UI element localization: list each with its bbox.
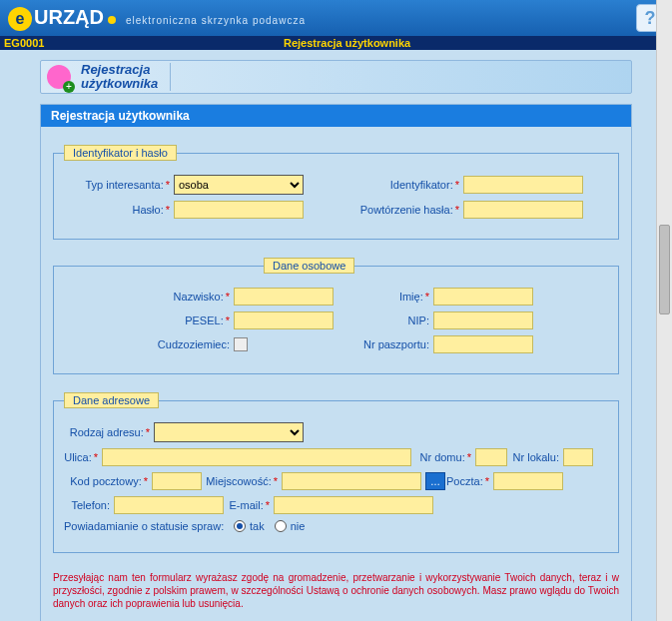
legend-identity: Identyfikator i hasło bbox=[64, 145, 177, 161]
breadcrumb-bar: EG0001 Rejestracja użytkownika bbox=[0, 36, 672, 50]
password-repeat-input[interactable] bbox=[463, 201, 583, 219]
notify-yes-label: tak bbox=[250, 520, 265, 532]
imie-input[interactable] bbox=[433, 288, 533, 306]
label-pesel: PESEL:* bbox=[64, 314, 234, 326]
notify-yes-radio[interactable] bbox=[234, 520, 246, 532]
page-body: Rejestracja użytkownika Rejestracja użyt… bbox=[0, 50, 672, 621]
title-bar: Rejestracja użytkownika bbox=[40, 60, 632, 94]
logo: e URZĄD elektroniczna skrzynka podawcza bbox=[8, 6, 306, 31]
app-header: e URZĄD elektroniczna skrzynka podawcza … bbox=[0, 0, 672, 36]
pesel-input[interactable] bbox=[234, 311, 334, 329]
label-rodzaj: Rodzaj adresu:* bbox=[64, 426, 154, 438]
notify-no-label: nie bbox=[291, 520, 306, 532]
label-kod: Kod pocztowy:* bbox=[64, 475, 152, 487]
label-type: Typ interesanta:* bbox=[64, 179, 174, 191]
nrdomu-input[interactable] bbox=[475, 448, 507, 466]
logo-icon: e bbox=[8, 7, 32, 31]
scrollbar[interactable] bbox=[656, 0, 672, 621]
separator bbox=[170, 63, 171, 91]
label-poczta: Poczta:* bbox=[445, 475, 493, 487]
label-paszport: Nr paszportu: bbox=[248, 338, 433, 350]
lookup-button[interactable]: … bbox=[425, 472, 445, 490]
fieldset-personal: Dane osobowe Nazwisko:* Imię:* PESEL:* bbox=[53, 258, 619, 374]
legend-address: Dane adresowe bbox=[64, 392, 159, 408]
label-ulica: Ulica:* bbox=[64, 451, 102, 463]
form-panel: Rejestracja użytkownika Identyfikator i … bbox=[40, 104, 632, 621]
label-notify: Powiadamianie o statusie spraw: bbox=[64, 520, 234, 532]
poczta-input[interactable] bbox=[493, 472, 563, 490]
notify-no-radio[interactable] bbox=[275, 520, 287, 532]
paszport-input[interactable] bbox=[433, 335, 533, 353]
fieldset-address: Dane adresowe Rodzaj adresu:* Ulica:* Nr… bbox=[53, 392, 619, 553]
label-nrlokalu: Nr lokalu: bbox=[507, 451, 563, 463]
label-pass2: Powtórzenie hasła:* bbox=[304, 204, 463, 216]
rodzaj-select[interactable] bbox=[154, 422, 304, 442]
user-add-icon bbox=[47, 65, 71, 89]
ulica-input[interactable] bbox=[102, 448, 411, 466]
consent-text: Przesyłając nam ten formularz wyrażasz z… bbox=[53, 571, 619, 610]
nazwisko-input[interactable] bbox=[234, 288, 334, 306]
telefon-input[interactable] bbox=[114, 496, 224, 514]
title-line2: użytkownika bbox=[81, 77, 158, 91]
type-select[interactable]: osoba bbox=[174, 175, 304, 195]
legend-personal: Dane osobowe bbox=[264, 258, 354, 274]
label-cudzoziemiec: Cudzoziemiec: bbox=[64, 338, 234, 350]
label-nrdomu: Nr domu:* bbox=[417, 451, 475, 463]
page-subtitle: Rejestracja użytkownika bbox=[284, 37, 410, 49]
ident-input[interactable] bbox=[463, 176, 583, 194]
label-miejsc: Miejscowość:* bbox=[202, 475, 282, 487]
logo-tagline: elektroniczna skrzynka podawcza bbox=[126, 15, 306, 26]
logo-main: URZĄD bbox=[34, 6, 104, 29]
cudzoziemiec-checkbox[interactable] bbox=[234, 337, 248, 351]
label-nip: NIP: bbox=[334, 314, 433, 326]
nip-input[interactable] bbox=[433, 311, 533, 329]
label-ident: Identyfikator:* bbox=[304, 179, 463, 191]
password-input[interactable] bbox=[174, 201, 304, 219]
label-email: E-mail:* bbox=[224, 499, 274, 511]
title-text: Rejestracja użytkownika bbox=[81, 63, 158, 92]
page-code: EG0001 bbox=[4, 37, 284, 49]
label-nazwisko: Nazwisko:* bbox=[64, 291, 234, 303]
fieldset-identity: Identyfikator i hasło Typ interesanta:* … bbox=[53, 145, 619, 240]
label-imie: Imię:* bbox=[334, 291, 433, 303]
panel-heading: Rejestracja użytkownika bbox=[41, 105, 631, 127]
dot-icon bbox=[108, 16, 116, 24]
title-line1: Rejestracja bbox=[81, 63, 158, 77]
email-input[interactable] bbox=[274, 496, 433, 514]
nrlokalu-input[interactable] bbox=[563, 448, 593, 466]
kod-input[interactable] bbox=[152, 472, 202, 490]
miejscowosc-input[interactable] bbox=[282, 472, 421, 490]
label-telefon: Telefon: bbox=[64, 499, 114, 511]
scrollbar-thumb[interactable] bbox=[659, 225, 670, 314]
label-pass: Hasło:* bbox=[64, 204, 174, 216]
